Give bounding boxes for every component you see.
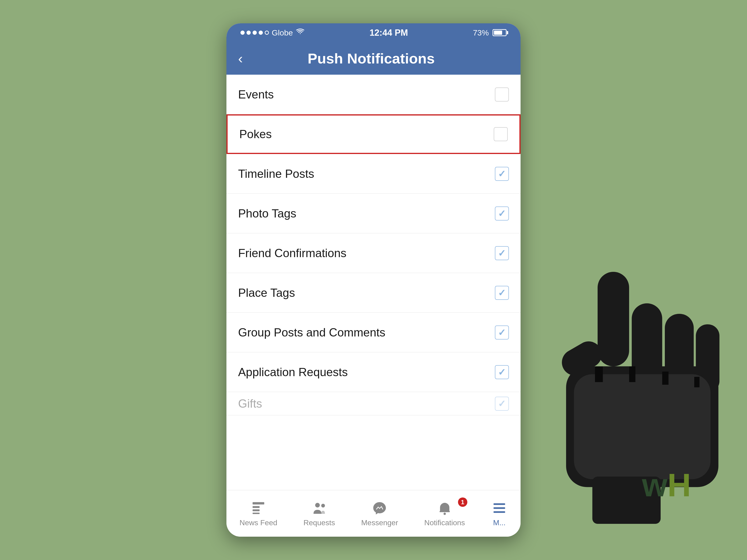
more-nav-label: M... [493,518,506,527]
group-posts-label: Group Posts and Comments [238,326,385,339]
list-item-events[interactable]: Events [227,75,520,114]
events-label: Events [238,88,274,101]
svg-rect-21 [694,377,700,387]
messenger-nav-label: Messenger [361,518,398,527]
phone-frame: Globe 12:44 PM 73% ‹ Push Notifications [227,23,520,537]
status-time: 12:44 PM [369,28,408,38]
notifications-nav-label: Notifications [424,518,465,527]
nav-item-notifications[interactable]: 1 Notifications [424,500,465,527]
watermark: wH [642,466,691,504]
messenger-icon [371,500,388,516]
signal-dot-5 [265,31,269,35]
watermark-w: w [642,466,667,503]
list-item-gifts-partial[interactable]: Gifts [227,392,520,415]
nav-item-more[interactable]: M... [491,500,508,527]
news-feed-icon [250,500,266,516]
svg-rect-13 [665,314,694,393]
bottom-navigation: News Feed Requests Messenger [227,490,520,537]
svg-point-6 [443,513,446,515]
svg-rect-17 [574,374,711,479]
photo-tags-checkbox[interactable] [495,207,509,220]
svg-rect-8 [493,503,505,505]
svg-rect-18 [595,366,603,382]
list-item-group-posts[interactable]: Group Posts and Comments [227,313,520,352]
signal-dot-2 [247,31,251,35]
list-item-friend-confirmations[interactable]: Friend Confirmations [227,233,520,273]
wifi-icon [296,28,305,37]
pokes-label: Pokes [239,127,272,141]
requests-nav-label: Requests [304,518,335,527]
pokes-checkbox[interactable] [494,127,508,141]
cursor-hand [514,261,724,518]
application-requests-checkbox[interactable] [495,365,509,379]
nav-item-news-feed[interactable]: News Feed [239,500,277,527]
svg-rect-11 [598,272,629,366]
signal-dot-4 [259,31,263,35]
svg-rect-22 [592,477,661,524]
signal-dot-1 [240,31,244,35]
svg-rect-2 [253,509,260,511]
status-right: 73% [473,28,507,37]
application-requests-label: Application Requests [238,365,348,379]
friend-confirmations-label: Friend Confirmations [238,246,346,260]
svg-rect-10 [493,511,505,513]
svg-rect-12 [632,303,662,387]
status-left: Globe [240,28,305,37]
news-feed-nav-label: News Feed [239,518,277,527]
place-tags-label: Place Tags [238,286,295,300]
svg-rect-15 [557,337,607,380]
battery-fill [494,31,502,35]
list-item-photo-tags[interactable]: Photo Tags [227,194,520,233]
notifications-icon: 1 [437,500,453,516]
svg-rect-0 [253,502,264,504]
status-bar: Globe 12:44 PM 73% [227,23,520,42]
svg-rect-1 [253,506,260,508]
list-item-pokes[interactable]: Pokes [227,114,520,154]
back-button[interactable]: ‹ [238,50,243,66]
notification-badge: 1 [458,498,467,507]
watermark-h: H [667,466,691,503]
svg-rect-7 [440,511,450,512]
requests-icon [311,500,328,516]
gifts-checkbox[interactable] [495,397,509,411]
navigation-bar: ‹ Push Notifications [227,42,520,75]
content-area: Events Pokes Timeline Posts Photo Tags F… [227,75,520,490]
gifts-label: Gifts [238,397,262,410]
timeline-posts-label: Timeline Posts [238,167,314,181]
svg-rect-16 [566,366,719,487]
page-title: Push Notifications [252,50,490,67]
place-tags-checkbox[interactable] [495,286,509,300]
friend-confirmations-checkbox[interactable] [495,246,509,260]
timeline-posts-checkbox[interactable] [495,167,509,181]
list-item-application-requests[interactable]: Application Requests [227,352,520,392]
battery-percent: 73% [473,28,489,37]
group-posts-checkbox[interactable] [495,325,509,340]
svg-point-4 [315,503,320,507]
signal-dot-3 [253,31,257,35]
signal-strength [240,31,269,35]
events-checkbox[interactable] [495,87,509,102]
nav-item-requests[interactable]: Requests [304,500,335,527]
svg-rect-20 [662,372,669,385]
carrier-label: Globe [272,28,293,37]
battery-icon [493,29,507,36]
svg-rect-9 [493,507,505,509]
list-item-timeline-posts[interactable]: Timeline Posts [227,154,520,194]
photo-tags-label: Photo Tags [238,207,296,220]
svg-rect-3 [253,513,260,514]
svg-point-5 [321,504,325,507]
svg-rect-14 [696,324,719,393]
svg-rect-19 [629,366,636,382]
nav-item-messenger[interactable]: Messenger [361,500,398,527]
more-icon [491,500,508,516]
list-item-place-tags[interactable]: Place Tags [227,273,520,313]
